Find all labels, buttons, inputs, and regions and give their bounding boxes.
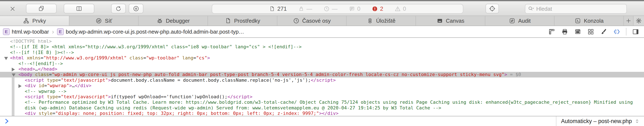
tab-audit[interactable]: Audit xyxy=(485,16,555,26)
search-field[interactable] xyxy=(525,4,627,14)
element-badge: E xyxy=(3,28,10,35)
code-segment: = xyxy=(144,55,146,60)
code-segment: </head> xyxy=(38,66,58,72)
code-segment: = $0 xyxy=(507,72,521,77)
code-segment: = xyxy=(41,55,44,60)
dom-tree-node[interactable]: <body class="wp-admin wp-core-ui js post… xyxy=(0,72,644,77)
breadcrumb-item-label: html.wp-toolbar xyxy=(12,29,49,35)
code-segment: style xyxy=(38,111,52,116)
element-picker-button[interactable] xyxy=(486,4,499,14)
dom-tree-node[interactable]: <script type="text/javascript">document.… xyxy=(0,77,644,83)
console-prompt-icon xyxy=(3,117,10,125)
web-inspector-window: 271——020 PrvkySíťDebuggerProstředkyČasov… xyxy=(0,0,644,126)
disclosure-triangle-closed[interactable] xyxy=(12,68,15,71)
code-segment: "text/javascript" xyxy=(61,94,108,99)
code-segment: > xyxy=(108,77,111,83)
dom-tree-node[interactable]: disk (wp-admin) Database Caching using r… xyxy=(0,105,644,111)
code-segment: <!-- wpwrap --> xyxy=(25,89,66,94)
status-item-memory[interactable]: — xyxy=(298,6,312,12)
dom-tree-node[interactable]: <!--[if IE 8]> <html xmlns="http://www.w… xyxy=(0,44,644,50)
source-view-button[interactable] xyxy=(613,28,620,36)
code-segment: "cs" xyxy=(196,55,207,60)
code-segment: ></div> xyxy=(319,111,338,116)
status-value-time: — xyxy=(332,6,338,12)
status-value-resources: 271 xyxy=(277,6,287,12)
status-item-resources[interactable]: 271 xyxy=(269,6,287,12)
add-tab-button[interactable] xyxy=(624,16,634,26)
show-frame-button[interactable] xyxy=(574,28,582,36)
updown-chevron-icon xyxy=(634,118,640,124)
disclosure-triangle-closed[interactable] xyxy=(18,84,22,88)
status-value-logs: 0 xyxy=(357,6,360,12)
status-item-warnings[interactable]: 0 xyxy=(394,6,406,12)
dom-tree-node[interactable]: <!DOCTYPE html> xyxy=(0,39,644,44)
status-value-errors: 2 xyxy=(380,6,383,12)
dom-tree-node[interactable]: <head>…</head> xyxy=(0,66,644,72)
paint-flashing-button[interactable] xyxy=(600,28,608,36)
selected-node-guideline xyxy=(12,77,14,116)
dom-tree-node[interactable]: <script type="text/javascript">if(typeof… xyxy=(0,94,644,99)
tab-debugger[interactable]: Debugger xyxy=(138,16,208,26)
settings-button[interactable] xyxy=(634,16,644,26)
dock-side-button[interactable] xyxy=(64,4,94,14)
grid-overlay-button[interactable] xyxy=(587,28,594,36)
bug-icon xyxy=(156,18,163,24)
disclosure-triangle-open[interactable] xyxy=(4,57,8,60)
details-sidebar-button[interactable] xyxy=(632,28,640,36)
tab-casove-osy[interactable]: Časové osy xyxy=(277,16,347,26)
dom-tree-node[interactable]: <html xmlns="http://www.w3.org/1999/xhtm… xyxy=(0,55,644,61)
search-input[interactable] xyxy=(536,6,624,12)
breadcrumb-item[interactable]: Ebody.wp-admin.wp-core-ui.js.post-new-ph… xyxy=(57,28,244,35)
dom-tree-node[interactable]: <!--<![endif]--> xyxy=(0,61,644,66)
network-icon xyxy=(96,18,102,24)
tab-sit[interactable]: Síť xyxy=(70,16,139,26)
execution-context-label: Automaticky – post-new.php xyxy=(561,118,632,124)
close-inspector-button[interactable] xyxy=(8,4,17,14)
element-badge: E xyxy=(57,28,64,35)
updown-chevron-icon xyxy=(634,118,640,124)
tab-canvas[interactable]: Canvas xyxy=(416,16,485,26)
tab-prvky[interactable]: Prvky xyxy=(0,16,70,26)
tab-label: Síť xyxy=(105,18,112,24)
tab-label: Konzola xyxy=(584,18,604,24)
disclosure-triangle-open[interactable] xyxy=(12,73,16,77)
window-icon xyxy=(574,28,582,36)
dom-tree-node[interactable]: <div id="wpwrap">…</div> xyxy=(0,83,644,88)
printer-icon xyxy=(561,28,568,36)
elements-icon xyxy=(23,18,30,24)
code-segment: disk (wp-admin) Database Caching using r… xyxy=(25,105,441,110)
code-segment: … xyxy=(35,66,38,72)
dom-tree-node[interactable]: <div style="display: none; position: fix… xyxy=(0,111,644,116)
rulers-button[interactable] xyxy=(548,28,556,36)
tab-label: Debugger xyxy=(166,18,190,24)
code-segment: class xyxy=(35,72,49,77)
breadcrumb-item[interactable]: Ehtml.wp-toolbar xyxy=(3,28,49,35)
download-button[interactable] xyxy=(129,4,144,14)
tab-prostredky[interactable]: Prostředky xyxy=(208,16,277,26)
tab-uloziste[interactable]: Úložiště xyxy=(346,16,416,26)
status-item-logs[interactable]: 0 xyxy=(349,6,360,12)
dock-split-icon xyxy=(76,5,82,12)
status-item-errors[interactable]: 2 xyxy=(372,6,383,12)
clock-icon xyxy=(324,6,330,12)
reload-button[interactable] xyxy=(111,4,126,14)
code-segment: type xyxy=(47,94,58,99)
print-styles-button[interactable] xyxy=(561,28,568,36)
code-segment: type xyxy=(47,77,58,83)
code-segment: <!DOCTYPE html> xyxy=(10,39,52,44)
dom-tree-node[interactable]: <!--[if !(IE 8) ]><!--> xyxy=(0,50,644,55)
code-segment: <body xyxy=(18,72,35,77)
dock-new-window-button[interactable] xyxy=(26,4,56,14)
execution-context-selector[interactable]: Automaticky – post-new.php xyxy=(556,116,644,126)
dom-tree-node[interactable]: <!-- Performance optimized by W3 Total C… xyxy=(0,99,644,105)
breadcrumb-separator: › xyxy=(52,28,54,35)
code-segment: = xyxy=(52,111,55,116)
code-segment: document.body.className = document.body.… xyxy=(111,77,311,83)
tab-label: Audit xyxy=(518,18,530,24)
dom-tree-node[interactable]: <!-- wpwrap --> xyxy=(0,89,644,94)
tab-konzola[interactable]: Konzola xyxy=(554,16,624,26)
quick-console[interactable]: Automaticky – post-new.php xyxy=(0,116,644,126)
status-item-time[interactable]: — xyxy=(324,6,338,12)
code-segment: = xyxy=(44,83,47,88)
bubble-lines-icon xyxy=(349,6,355,12)
